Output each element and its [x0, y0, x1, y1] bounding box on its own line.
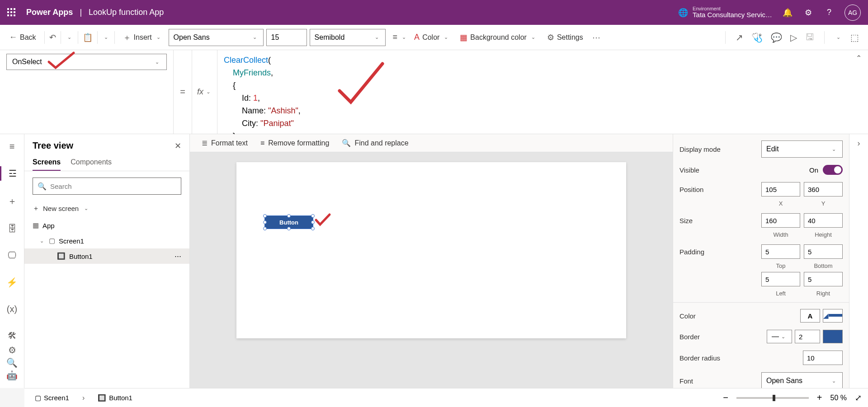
padding-bottom-input[interactable] [804, 244, 843, 259]
crumb-label: Screen1 [44, 394, 69, 402]
border-color-swatch[interactable] [823, 330, 843, 343]
tree-item-screen1[interactable]: ⌄▢Screen1 [24, 233, 189, 248]
comments-icon[interactable]: 💬 [771, 32, 782, 43]
font-size-select[interactable]: 15 [266, 29, 307, 46]
font-prop-select[interactable]: Open Sans⌄ [761, 372, 843, 388]
border-radius-input[interactable] [803, 351, 843, 365]
resize-handle[interactable] [287, 227, 291, 230]
property-select[interactable]: OnSelect ⌄ [6, 54, 167, 70]
settings-gear-icon[interactable]: ⚙ [803, 8, 814, 18]
annotation-check-icon [335, 59, 389, 109]
text-color-swatch[interactable]: A [800, 309, 820, 323]
app-launcher-icon[interactable] [7, 8, 16, 17]
chevron-down-icon: ⌄ [830, 376, 838, 386]
tree-item-app[interactable]: ▦App [24, 218, 189, 233]
hamburger-icon[interactable]: ≡ [0, 140, 24, 154]
canvas-screen[interactable]: Button [236, 162, 626, 338]
resize-handle[interactable] [263, 227, 267, 230]
fx-button[interactable]: fx⌄ [192, 50, 217, 134]
power-automate-icon[interactable]: ⚡ [0, 275, 24, 290]
border-style-select[interactable]: —⌄ [767, 330, 792, 343]
help-icon[interactable]: ? [824, 8, 835, 17]
breadcrumb-screen[interactable]: ▢Screen1 [31, 392, 73, 404]
paste-icon[interactable]: 📋 [83, 33, 93, 42]
tab-components[interactable]: Components [71, 154, 112, 171]
undo-chevron-icon[interactable]: ⌄ [66, 33, 73, 42]
resize-handle[interactable] [263, 214, 267, 218]
close-icon[interactable]: ✕ [175, 141, 181, 151]
prop-label: Font [679, 377, 693, 385]
fill-color-swatch[interactable]: ◢ [823, 309, 843, 323]
virtual-agent-icon[interactable]: 🤖 [0, 368, 24, 383]
new-screen-button[interactable]: ＋New screen⌄ [24, 201, 189, 218]
resize-handle[interactable] [263, 220, 267, 224]
padding-right-input[interactable] [804, 272, 843, 286]
position-x-input[interactable] [761, 182, 800, 196]
zoom-slider[interactable] [736, 397, 809, 399]
save-icon[interactable]: 🖫 [805, 32, 814, 42]
preview-play-icon[interactable]: ▷ [790, 32, 797, 43]
resize-handle[interactable] [311, 220, 315, 224]
tree-view-pane: Tree view ✕ Screens Components 🔍 ＋New sc… [24, 134, 190, 388]
variables-icon[interactable]: (x) [0, 302, 24, 316]
fit-to-window-icon[interactable]: ⤢ [855, 393, 862, 403]
resize-handle[interactable] [311, 227, 315, 230]
more-icon[interactable]: ⋯ [175, 252, 181, 260]
media-icon[interactable]: 🖵 [0, 248, 24, 262]
align-icon[interactable]: ≡ [393, 33, 398, 42]
gear-icon: ⚙ [547, 33, 554, 42]
expand-right-icon[interactable]: › [858, 139, 860, 148]
avatar[interactable]: AG [844, 5, 861, 21]
more-icon[interactable]: ⋯ [592, 33, 600, 42]
tree-view-icon[interactable]: ☲ [0, 166, 24, 181]
format-text-button[interactable]: ≣Format text [202, 139, 248, 147]
width-input[interactable] [761, 213, 800, 228]
search-input[interactable] [50, 182, 176, 190]
padding-top-input[interactable] [761, 244, 800, 259]
back-button[interactable]: ←Back [5, 30, 40, 45]
chevron-down-icon: ⌄ [251, 33, 259, 42]
paste-chevron-icon[interactable]: ⌄ [102, 33, 110, 42]
font-family-select[interactable]: Open Sans⌄ [169, 29, 264, 46]
align-chevron-icon[interactable]: ⌄ [400, 33, 408, 42]
insert-rail-icon[interactable]: ＋ [0, 193, 24, 209]
settings-rail-icon[interactable]: ⚙ [0, 343, 24, 357]
font-weight-select[interactable]: Semibold⌄ [310, 29, 386, 46]
publish-icon[interactable]: ⬚ [850, 32, 859, 43]
height-input[interactable] [804, 213, 843, 228]
resize-handle[interactable] [311, 214, 315, 218]
formula-editor[interactable]: ClearCollect( MyFriends, { Id: 1, Name: … [217, 50, 849, 134]
resize-handle[interactable] [287, 214, 291, 218]
find-replace-button[interactable]: 🔍Find and replace [342, 139, 408, 147]
bgcolor-button[interactable]: ▦Background color⌄ [456, 30, 541, 45]
canvas-button-control[interactable]: Button [264, 215, 313, 229]
tree-item-button1[interactable]: 🔲Button1 ⋯ [24, 248, 189, 264]
zoom-in-icon[interactable]: + [817, 393, 822, 403]
border-width-input[interactable] [795, 330, 820, 343]
settings-button[interactable]: ⚙Settings [543, 30, 587, 45]
position-y-input[interactable] [804, 182, 843, 196]
chevron-down-icon: ⌄ [830, 145, 838, 154]
share-icon[interactable]: ↗ [736, 32, 743, 43]
tab-screens[interactable]: Screens [33, 154, 61, 171]
remove-formatting-button[interactable]: ≡Remove formatting [260, 139, 330, 147]
tree-search[interactable]: 🔍 [33, 178, 181, 195]
display-mode-select[interactable]: Edit⌄ [761, 140, 843, 158]
insert-label: Insert [134, 33, 152, 42]
environment-picker[interactable]: 🌐 Environment Tata Consultancy Servic… [678, 6, 772, 19]
undo-icon[interactable]: ↶ [49, 33, 56, 42]
app-checker-icon[interactable]: 🩺 [751, 32, 763, 43]
color-button[interactable]: AColor⌄ [410, 30, 453, 45]
formula-collapse-icon[interactable]: ⌃ [849, 50, 868, 134]
visible-toggle[interactable] [823, 165, 843, 175]
prop-label: Position [679, 186, 703, 193]
zoom-out-icon[interactable]: − [723, 393, 728, 403]
save-chevron-icon[interactable]: ⌄ [835, 33, 842, 42]
notifications-icon[interactable]: 🔔 [782, 8, 793, 18]
canvas-area[interactable]: Button [190, 152, 673, 388]
breadcrumb-button[interactable]: 🔲Button1 [94, 392, 137, 404]
insert-button[interactable]: ＋Insert⌄ [119, 29, 166, 46]
tools-icon[interactable]: 🛠 [0, 329, 24, 343]
data-icon[interactable]: 🗄 [0, 222, 24, 236]
padding-left-input[interactable] [761, 272, 800, 286]
